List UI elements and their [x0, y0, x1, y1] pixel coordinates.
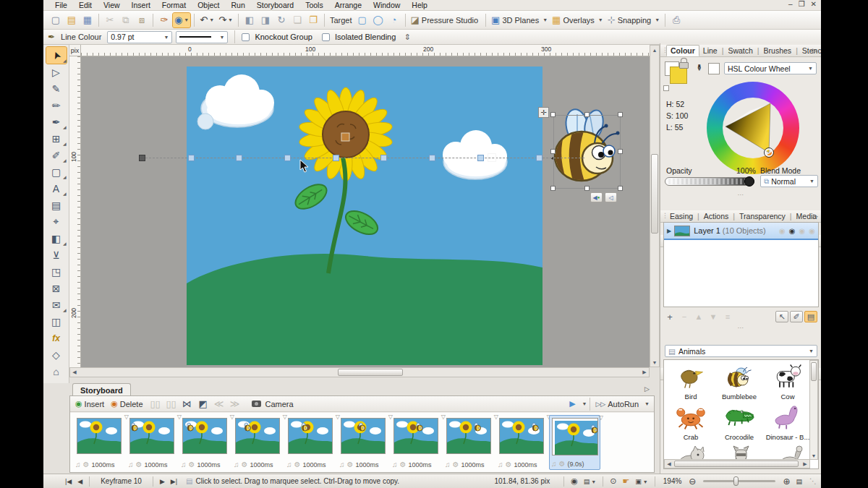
path-marker-9[interactable]: [488, 153, 496, 162]
gallery-category-combo[interactable]: ▤Animals ▼: [665, 345, 817, 357]
panel-splitter-2[interactable]: ⋯: [660, 325, 821, 330]
sound-icon[interactable]: ♫: [392, 461, 398, 468]
menu-format[interactable]: Format: [156, 0, 192, 11]
picked-colour-swatch[interactable]: [708, 63, 720, 74]
gallery-item-bird[interactable]: Bird: [667, 363, 715, 401]
colour-tab-stencils[interactable]: Stencils: [799, 46, 821, 56]
path-marker-8[interactable]: [477, 155, 484, 161]
storyboard-keyframe-4[interactable]: ▽♫⚙1000ms: [232, 415, 284, 470]
path-marker-6[interactable]: [380, 155, 387, 161]
sound-icon[interactable]: ♫: [445, 461, 451, 468]
effects-tool[interactable]: fx: [46, 330, 67, 346]
easing-tab-transparency[interactable]: Transparency: [736, 211, 789, 221]
3d-planes-button[interactable]: ▣ 3D Planes▼: [490, 13, 549, 27]
actions-icon[interactable]: ⚙: [400, 461, 407, 468]
colour-tab-brushes[interactable]: Brushes: [760, 46, 796, 56]
isolated-blending-checkbox[interactable]: Isolated Blending: [322, 33, 396, 41]
merge-layer-button[interactable]: ≡: [721, 311, 734, 322]
gallery-vertical-scrollbar[interactable]: ▼: [809, 360, 818, 460]
copy-button[interactable]: ⧉: [119, 13, 133, 27]
menu-object[interactable]: Object: [192, 0, 225, 11]
storyboard-keyframe-7[interactable]: ▽♫⚙1000ms: [391, 415, 442, 470]
canvas-horizontal-scrollbar[interactable]: ◀ ▶: [69, 367, 650, 377]
move-layer-up-button[interactable]: ▲: [692, 311, 705, 322]
storyboard-keyframe-6[interactable]: ▽♫⚙1000ms: [338, 415, 389, 470]
envelope-tool[interactable]: ✉◢: [46, 296, 67, 313]
actions-icon[interactable]: ⚙: [136, 461, 142, 468]
panel-splitter[interactable]: ⋯: [660, 192, 821, 197]
rewind-button[interactable]: ≪: [212, 397, 226, 411]
actions-icon[interactable]: ⚙: [242, 461, 248, 468]
paste-button[interactable]: ⧈: [135, 13, 149, 27]
actions-icon[interactable]: ⚙: [83, 461, 90, 468]
layer-row[interactable]: ▶ Layer 1 (10 Objects) ◉ ◉ ◉ ◉: [664, 223, 818, 240]
zoom-tool-button[interactable]: ⊙: [607, 476, 619, 486]
gallery-item-crocodile[interactable]: Crocodile: [715, 403, 763, 441]
storyboard-keyframe-8[interactable]: ▽♫⚙1000ms: [443, 415, 495, 470]
pen-tool[interactable]: ✒◢: [46, 114, 67, 130]
resize-grip[interactable]: ⋱: [809, 477, 817, 485]
menu-arrange[interactable]: Arrange: [329, 0, 367, 11]
view-quality-button[interactable]: ◉▼: [173, 13, 190, 27]
layer-expand-arrow[interactable]: ▶: [667, 228, 671, 234]
fill-tool[interactable]: ◧◢: [46, 230, 67, 247]
actions-icon[interactable]: ⚙: [453, 461, 459, 468]
selection-handle-1[interactable]: [550, 112, 556, 117]
sound-icon[interactable]: ♫: [75, 461, 81, 468]
sound-icon[interactable]: ♫: [551, 460, 557, 468]
selection-handle-6[interactable]: [550, 186, 556, 191]
insert-keyframe-button[interactable]: ◉ Insert: [74, 397, 108, 411]
storyboard-keyframe-3[interactable]: ▽♫⚙1000ms: [179, 415, 231, 470]
selection-bounds[interactable]: [553, 115, 621, 189]
line-width-combo[interactable]: 0.97 pt▼: [107, 31, 172, 43]
colour-tab-colour[interactable]: Colour: [666, 45, 699, 56]
zoom-slider-knob[interactable]: [733, 476, 739, 486]
gallery-item-bumblebee[interactable]: Bumblebee: [715, 363, 763, 401]
ungroup-button[interactable]: ❐: [306, 13, 320, 27]
undo-button[interactable]: ↶▼: [198, 13, 216, 27]
selection-handle-4[interactable]: [550, 149, 556, 154]
previous-keyframe-button[interactable]: ◀: [75, 478, 85, 485]
autorun-button[interactable]: ▷▷ AutoRun: [594, 397, 642, 411]
text-tool[interactable]: A◢: [46, 180, 67, 197]
easing-panel-menu-button[interactable]: ▷: [813, 213, 818, 220]
gallery-item-cow[interactable]: Cow: [764, 363, 812, 401]
hsl-triangle[interactable]: [707, 82, 799, 174]
gallery-item-dinosaur[interactable]: Dinosaur - B...: [764, 403, 812, 441]
storyboard-keyframe-1[interactable]: ▽♫⚙1000ms: [74, 415, 125, 470]
format-painter-button[interactable]: ✑: [157, 13, 171, 27]
selection-handle-5[interactable]: [618, 149, 623, 154]
node-edit-tool[interactable]: ▷: [46, 64, 67, 80]
pan-tool-button[interactable]: ☛: [619, 476, 632, 486]
redo-button[interactable]: ↷▼: [217, 13, 234, 27]
layer-visibility-icon[interactable]: ◉: [789, 227, 796, 235]
export-preview-button[interactable]: ▤▼: [581, 478, 599, 485]
storyboard-keyframe-2[interactable]: ▽♫⚙1000ms: [127, 415, 178, 470]
easing-tab-easing[interactable]: Easing: [666, 211, 697, 221]
menu-run[interactable]: Run: [225, 0, 250, 11]
menu-edit[interactable]: Edit: [73, 0, 98, 11]
open-button[interactable]: ▤: [64, 13, 79, 27]
paste-in-layer-button[interactable]: ▤: [804, 311, 817, 322]
play-options-arrow[interactable]: ▼: [582, 401, 587, 406]
zoom-slider[interactable]: [703, 480, 775, 482]
edit-all-layers-button[interactable]: ✐: [790, 311, 803, 322]
colour-tab-line[interactable]: Line: [699, 46, 721, 56]
play-button[interactable]: ▶: [565, 397, 579, 411]
path-marker-10[interactable]: [536, 155, 542, 161]
storyboard-keyframe-10[interactable]: ▽♫⚙(9.0s): [549, 415, 600, 470]
sound-icon[interactable]: ♫: [128, 461, 134, 468]
quickshape-tool[interactable]: ▢◢: [46, 163, 67, 180]
target-pie-button[interactable]: ◔: [387, 13, 401, 27]
layer-lock-icon[interactable]: ◉: [809, 227, 815, 235]
menu-insert[interactable]: Insert: [126, 0, 156, 11]
add-layer-button[interactable]: +: [663, 311, 676, 322]
gallery-horizontal-scrollbar[interactable]: ◀ ▶: [664, 459, 810, 468]
horizontal-ruler[interactable]: 0100200300: [81, 45, 650, 56]
flip-horizontal-button[interactable]: ◧: [242, 13, 257, 27]
canvas-vertical-scrollbar[interactable]: ▲ ▼: [650, 45, 660, 367]
zoom-out-button[interactable]: ⊖: [686, 476, 699, 487]
easing-tab-actions[interactable]: Actions: [700, 211, 732, 221]
previous-keyframe-object-button[interactable]: ◀●: [590, 192, 603, 202]
target-ellipse-button[interactable]: ◯: [371, 13, 386, 27]
